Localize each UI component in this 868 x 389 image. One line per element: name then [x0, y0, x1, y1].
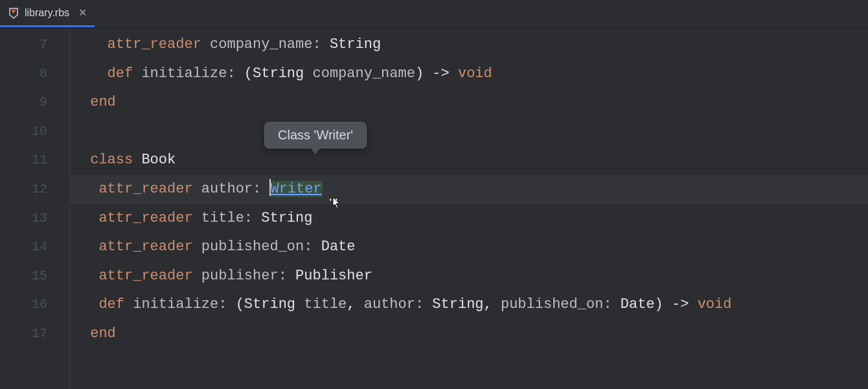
- token-kw: void: [458, 65, 492, 82]
- token-white: (: [227, 296, 244, 312]
- line-number[interactable]: 15: [0, 262, 69, 291]
- token-white: String,: [424, 296, 501, 312]
- line-number[interactable]: 14: [0, 233, 69, 262]
- token-method: published_on: [501, 296, 603, 312]
- code-line[interactable]: end: [70, 88, 868, 117]
- tab-bar: library.rbs ✕: [0, 0, 868, 28]
- type-link-writer[interactable]: Writer: [269, 181, 322, 197]
- ruby-file-icon: [8, 7, 19, 19]
- token-method: title: [304, 296, 347, 312]
- token-white: ,: [347, 296, 363, 312]
- token-type: :: [603, 296, 611, 312]
- token-kw: attr_reader: [98, 239, 201, 255]
- token-kw: attr_reader: [108, 36, 210, 53]
- token-method: author: [364, 296, 415, 312]
- token-method: company_name: [210, 36, 312, 53]
- code-line[interactable]: def initialize: (String title, author: S…: [70, 290, 868, 320]
- code-line[interactable]: def initialize: (String company_name) ->…: [70, 60, 868, 89]
- token-kw: end: [90, 325, 116, 342]
- code-line[interactable]: class Book: [70, 146, 868, 175]
- token-kw: void: [698, 296, 732, 312]
- line-number[interactable]: 9: [0, 88, 69, 117]
- code-line[interactable]: attr_reader published_on: Date: [70, 233, 868, 262]
- token-white: String: [321, 36, 381, 53]
- file-tab[interactable]: library.rbs ✕: [0, 0, 95, 27]
- code-line[interactable]: [70, 117, 868, 147]
- token-white: [261, 181, 269, 197]
- token-kw: attr_reader: [98, 210, 201, 226]
- line-number[interactable]: 17: [0, 320, 69, 349]
- token-white: String: [253, 210, 312, 226]
- text-caret: [269, 179, 271, 196]
- token-type: :: [227, 65, 235, 82]
- token-type: :: [415, 296, 424, 312]
- token-type: :: [312, 36, 321, 53]
- token-method: company_name: [312, 65, 415, 82]
- token-method: publisher: [201, 268, 279, 284]
- token-white: Book: [141, 152, 176, 168]
- token-white: Publisher: [287, 268, 372, 284]
- token-kw: end: [90, 94, 116, 110]
- token-white: String: [253, 65, 312, 82]
- token-type: :: [253, 181, 261, 197]
- token-method: published_on: [201, 239, 304, 255]
- token-type: :: [279, 268, 287, 284]
- token-type: :: [304, 239, 312, 255]
- token-white: String: [244, 296, 304, 312]
- token-white: (: [236, 65, 253, 82]
- token-type: :: [218, 296, 227, 312]
- token-white: Date: [312, 239, 355, 255]
- line-number[interactable]: 7: [0, 30, 69, 60]
- token-type: :: [244, 210, 253, 226]
- code-line[interactable]: attr_reader publisher: Publisher: [70, 262, 868, 291]
- line-number[interactable]: 8: [0, 60, 69, 89]
- token-method: initialize: [141, 65, 227, 82]
- token-kw: def: [98, 296, 133, 312]
- line-number[interactable]: 16: [0, 290, 69, 320]
- token-kw: attr_reader: [98, 181, 201, 197]
- token-white: ) ->: [415, 65, 458, 82]
- token-kw: class: [90, 152, 141, 168]
- token-kw: def: [108, 65, 142, 82]
- line-gutter[interactable]: 7891011121314151617: [0, 28, 70, 389]
- code-line[interactable]: attr_reader title: String: [70, 204, 868, 233]
- line-number[interactable]: 13: [0, 204, 69, 233]
- token-kw: attr_reader: [98, 268, 201, 284]
- code-line[interactable]: attr_reader company_name: String: [70, 30, 868, 60]
- tab-filename: library.rbs: [25, 7, 69, 19]
- hover-tooltip: Class 'Writer': [264, 122, 367, 148]
- token-white: Date) ->: [612, 296, 698, 312]
- code-line[interactable]: end: [70, 320, 868, 349]
- line-number[interactable]: 11: [0, 146, 69, 175]
- code-line[interactable]: attr_reader author: Writer: [70, 175, 868, 204]
- line-number[interactable]: 10: [0, 117, 69, 147]
- token-method: title: [201, 210, 244, 226]
- line-number[interactable]: 12: [0, 175, 69, 204]
- token-method: initialize: [133, 296, 218, 312]
- code-area[interactable]: attr_reader company_name: String def ini…: [70, 28, 868, 389]
- editor-area: 7891011121314151617 attr_reader company_…: [0, 28, 868, 389]
- token-method: author: [201, 181, 253, 197]
- close-icon[interactable]: ✕: [78, 6, 87, 19]
